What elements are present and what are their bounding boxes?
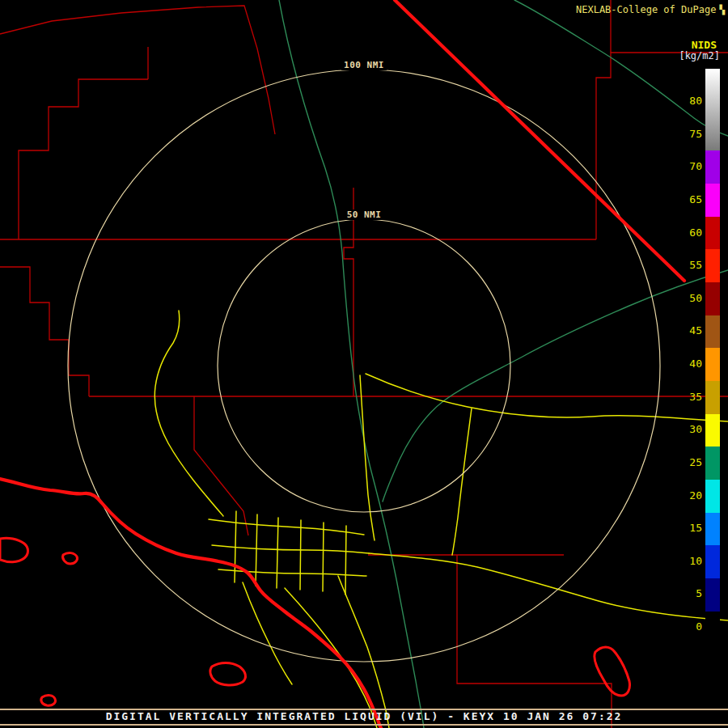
- colorbar-label-10: 10: [678, 556, 702, 567]
- range-ring-label-50-nmi: 50 NMI: [345, 210, 384, 220]
- colorbar-segment-50-55: [705, 282, 720, 315]
- colorbar-label-30: 30: [678, 424, 702, 435]
- island-4: [41, 696, 56, 706]
- colorbar-segment-10-15: [705, 545, 720, 578]
- colorbar-segment-35-40: [705, 381, 720, 414]
- cod-logo-icon: ▚: [719, 5, 725, 15]
- highway-12: [285, 588, 377, 728]
- colorbar-segment-75-85: [705, 69, 720, 150]
- colorbar-label-55: 55: [678, 260, 702, 271]
- island-1: [63, 553, 78, 564]
- colorbar-segment-25-30: [705, 447, 720, 480]
- colorbar-label-75: 75: [678, 129, 702, 140]
- highway-5: [218, 569, 366, 576]
- footer-caption: DIGITAL VERTICALLY INTEGRATED LIQUID (VI…: [0, 710, 728, 722]
- river-0: [279, 0, 424, 728]
- colorbar-label-5: 5: [678, 588, 702, 599]
- colorbar-segment-30-35: [705, 414, 720, 447]
- highway-8: [277, 518, 278, 588]
- colorbar-segment-65-70: [705, 184, 720, 217]
- range-ring-label-100-nmi: 100 NMI: [341, 60, 387, 70]
- colorbar-label-25: 25: [678, 457, 702, 468]
- colorbar-label-65: 65: [678, 194, 702, 205]
- colorbar-label-80: 80: [678, 95, 702, 107]
- colorbar-segment-55-60: [705, 249, 720, 282]
- radar-screen: NEXLAB-College of DuPage ▚ NIDS [kg/m2] …: [0, 0, 728, 728]
- colorbar-segment-40-45: [705, 348, 720, 381]
- highway-6: [235, 511, 236, 582]
- range-ring-50-nmi: [218, 219, 510, 512]
- brand: NEXLAB-College of DuPage ▚: [576, 4, 725, 15]
- colorbar-segment-45-50: [705, 315, 720, 348]
- county-line-3: [0, 6, 275, 134]
- colorbar-label-20: 20: [678, 490, 702, 502]
- colorbar-title: NIDS: [692, 39, 717, 51]
- county-line-4: [19, 79, 148, 239]
- island-3: [595, 647, 630, 696]
- county-line-9: [0, 267, 89, 396]
- state-border-0: [395, 0, 684, 281]
- highway-15: [369, 553, 728, 620]
- county-line-7: [344, 239, 353, 396]
- colorbar-segment-70-75: [705, 150, 720, 184]
- colorbar-label-0: 0: [678, 621, 702, 633]
- colorbar-label-70: 70: [678, 161, 702, 172]
- colorbar-label-15: 15: [678, 523, 702, 534]
- island-2: [210, 663, 246, 686]
- colorbar-units: [kg/m2]: [679, 50, 720, 61]
- highway-10: [323, 523, 324, 591]
- river-2: [514, 0, 728, 136]
- colorbar-label-40: 40: [678, 358, 702, 370]
- radar-map: [0, 0, 728, 728]
- colorbar-label-50: 50: [678, 293, 702, 304]
- colorbar-segment-20-25: [705, 480, 720, 513]
- brand-text: NEXLAB-College of DuPage: [576, 4, 716, 15]
- highway-13: [338, 576, 389, 728]
- highway-3: [209, 519, 364, 535]
- colorbar: [705, 69, 720, 640]
- island-0: [0, 538, 28, 562]
- colorbar-segment-15-20: [705, 513, 720, 545]
- highway-16: [452, 408, 472, 555]
- range-ring-100-nmi: [68, 70, 660, 662]
- highway-11: [345, 526, 346, 595]
- footer-rule-bottom: [0, 724, 728, 726]
- highway-1: [360, 375, 375, 540]
- colorbar-label-60: 60: [678, 227, 702, 239]
- county-line-12: [457, 555, 612, 728]
- colorbar-label-35: 35: [678, 392, 702, 403]
- highway-9: [300, 520, 301, 590]
- colorbar-segment-5-10: [705, 578, 720, 612]
- highway-2: [154, 311, 223, 516]
- state-border-1: [0, 479, 381, 728]
- colorbar-label-45: 45: [678, 325, 702, 336]
- colorbar-segment-0-5: [705, 612, 720, 640]
- highway-0: [366, 374, 728, 421]
- river-1: [383, 270, 728, 502]
- colorbar-segment-60-65: [705, 217, 720, 249]
